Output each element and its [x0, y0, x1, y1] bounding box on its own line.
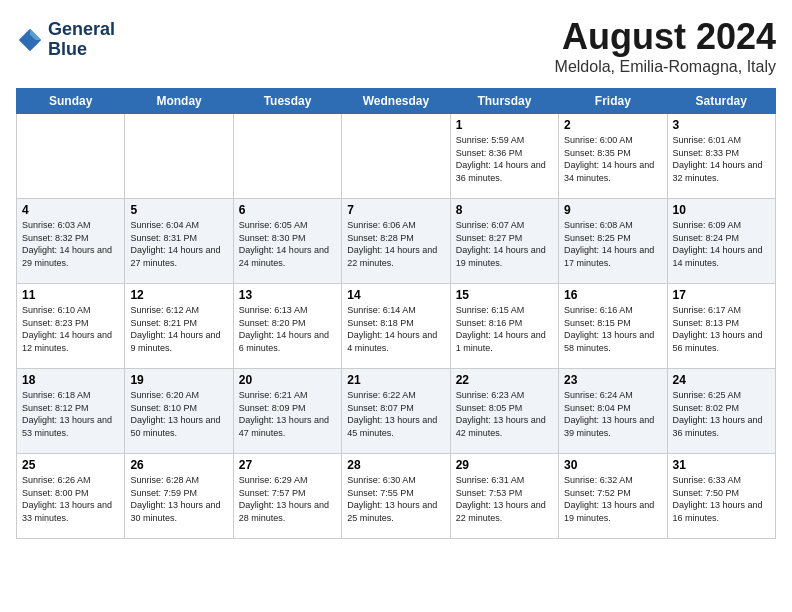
calendar-cell: 19Sunrise: 6:20 AM Sunset: 8:10 PM Dayli… [125, 369, 233, 454]
calendar-cell: 7Sunrise: 6:06 AM Sunset: 8:28 PM Daylig… [342, 199, 450, 284]
calendar-cell: 13Sunrise: 6:13 AM Sunset: 8:20 PM Dayli… [233, 284, 341, 369]
day-info: Sunrise: 6:09 AM Sunset: 8:24 PM Dayligh… [673, 219, 770, 269]
calendar-week-row: 11Sunrise: 6:10 AM Sunset: 8:23 PM Dayli… [17, 284, 776, 369]
day-number: 18 [22, 373, 119, 387]
day-info: Sunrise: 6:21 AM Sunset: 8:09 PM Dayligh… [239, 389, 336, 439]
day-info: Sunrise: 6:08 AM Sunset: 8:25 PM Dayligh… [564, 219, 661, 269]
calendar-cell: 29Sunrise: 6:31 AM Sunset: 7:53 PM Dayli… [450, 454, 558, 539]
day-number: 7 [347, 203, 444, 217]
calendar-cell: 20Sunrise: 6:21 AM Sunset: 8:09 PM Dayli… [233, 369, 341, 454]
day-info: Sunrise: 6:14 AM Sunset: 8:18 PM Dayligh… [347, 304, 444, 354]
day-number: 10 [673, 203, 770, 217]
calendar-cell: 3Sunrise: 6:01 AM Sunset: 8:33 PM Daylig… [667, 114, 775, 199]
day-header: Wednesday [342, 89, 450, 114]
day-number: 17 [673, 288, 770, 302]
calendar-cell [125, 114, 233, 199]
day-number: 25 [22, 458, 119, 472]
day-header: Thursday [450, 89, 558, 114]
page-title: August 2024 [555, 16, 776, 58]
day-number: 24 [673, 373, 770, 387]
day-info: Sunrise: 6:03 AM Sunset: 8:32 PM Dayligh… [22, 219, 119, 269]
calendar-cell: 22Sunrise: 6:23 AM Sunset: 8:05 PM Dayli… [450, 369, 558, 454]
day-number: 27 [239, 458, 336, 472]
day-number: 28 [347, 458, 444, 472]
day-number: 8 [456, 203, 553, 217]
calendar-cell: 6Sunrise: 6:05 AM Sunset: 8:30 PM Daylig… [233, 199, 341, 284]
day-info: Sunrise: 6:17 AM Sunset: 8:13 PM Dayligh… [673, 304, 770, 354]
calendar-cell: 21Sunrise: 6:22 AM Sunset: 8:07 PM Dayli… [342, 369, 450, 454]
day-info: Sunrise: 6:00 AM Sunset: 8:35 PM Dayligh… [564, 134, 661, 184]
day-info: Sunrise: 6:13 AM Sunset: 8:20 PM Dayligh… [239, 304, 336, 354]
calendar-body: 1Sunrise: 5:59 AM Sunset: 8:36 PM Daylig… [17, 114, 776, 539]
calendar-cell: 8Sunrise: 6:07 AM Sunset: 8:27 PM Daylig… [450, 199, 558, 284]
day-number: 19 [130, 373, 227, 387]
day-number: 29 [456, 458, 553, 472]
day-number: 23 [564, 373, 661, 387]
day-number: 22 [456, 373, 553, 387]
calendar-cell: 30Sunrise: 6:32 AM Sunset: 7:52 PM Dayli… [559, 454, 667, 539]
day-info: Sunrise: 6:23 AM Sunset: 8:05 PM Dayligh… [456, 389, 553, 439]
day-header: Tuesday [233, 89, 341, 114]
day-info: Sunrise: 6:15 AM Sunset: 8:16 PM Dayligh… [456, 304, 553, 354]
day-number: 20 [239, 373, 336, 387]
calendar-cell: 4Sunrise: 6:03 AM Sunset: 8:32 PM Daylig… [17, 199, 125, 284]
title-block: August 2024 Meldola, Emilia-Romagna, Ita… [555, 16, 776, 76]
logo-line2: Blue [48, 40, 115, 60]
day-info: Sunrise: 6:16 AM Sunset: 8:15 PM Dayligh… [564, 304, 661, 354]
day-header: Sunday [17, 89, 125, 114]
day-info: Sunrise: 5:59 AM Sunset: 8:36 PM Dayligh… [456, 134, 553, 184]
day-number: 15 [456, 288, 553, 302]
day-info: Sunrise: 6:24 AM Sunset: 8:04 PM Dayligh… [564, 389, 661, 439]
day-number: 2 [564, 118, 661, 132]
logo-icon [16, 26, 44, 54]
calendar-cell: 2Sunrise: 6:00 AM Sunset: 8:35 PM Daylig… [559, 114, 667, 199]
calendar-cell: 14Sunrise: 6:14 AM Sunset: 8:18 PM Dayli… [342, 284, 450, 369]
calendar-cell [342, 114, 450, 199]
calendar-cell: 1Sunrise: 5:59 AM Sunset: 8:36 PM Daylig… [450, 114, 558, 199]
calendar-cell: 27Sunrise: 6:29 AM Sunset: 7:57 PM Dayli… [233, 454, 341, 539]
day-info: Sunrise: 6:10 AM Sunset: 8:23 PM Dayligh… [22, 304, 119, 354]
day-info: Sunrise: 6:07 AM Sunset: 8:27 PM Dayligh… [456, 219, 553, 269]
calendar-cell: 12Sunrise: 6:12 AM Sunset: 8:21 PM Dayli… [125, 284, 233, 369]
day-number: 12 [130, 288, 227, 302]
calendar-cell: 23Sunrise: 6:24 AM Sunset: 8:04 PM Dayli… [559, 369, 667, 454]
calendar-cell: 15Sunrise: 6:15 AM Sunset: 8:16 PM Dayli… [450, 284, 558, 369]
logo: General Blue [16, 20, 115, 60]
calendar-cell: 18Sunrise: 6:18 AM Sunset: 8:12 PM Dayli… [17, 369, 125, 454]
day-header: Monday [125, 89, 233, 114]
day-info: Sunrise: 6:32 AM Sunset: 7:52 PM Dayligh… [564, 474, 661, 524]
day-info: Sunrise: 6:33 AM Sunset: 7:50 PM Dayligh… [673, 474, 770, 524]
calendar-cell: 11Sunrise: 6:10 AM Sunset: 8:23 PM Dayli… [17, 284, 125, 369]
calendar-week-row: 25Sunrise: 6:26 AM Sunset: 8:00 PM Dayli… [17, 454, 776, 539]
calendar-cell: 10Sunrise: 6:09 AM Sunset: 8:24 PM Dayli… [667, 199, 775, 284]
day-number: 4 [22, 203, 119, 217]
day-info: Sunrise: 6:04 AM Sunset: 8:31 PM Dayligh… [130, 219, 227, 269]
day-number: 14 [347, 288, 444, 302]
day-info: Sunrise: 6:18 AM Sunset: 8:12 PM Dayligh… [22, 389, 119, 439]
day-number: 31 [673, 458, 770, 472]
calendar-cell: 26Sunrise: 6:28 AM Sunset: 7:59 PM Dayli… [125, 454, 233, 539]
day-info: Sunrise: 6:29 AM Sunset: 7:57 PM Dayligh… [239, 474, 336, 524]
day-info: Sunrise: 6:01 AM Sunset: 8:33 PM Dayligh… [673, 134, 770, 184]
day-info: Sunrise: 6:30 AM Sunset: 7:55 PM Dayligh… [347, 474, 444, 524]
day-info: Sunrise: 6:12 AM Sunset: 8:21 PM Dayligh… [130, 304, 227, 354]
day-number: 1 [456, 118, 553, 132]
day-info: Sunrise: 6:05 AM Sunset: 8:30 PM Dayligh… [239, 219, 336, 269]
day-info: Sunrise: 6:28 AM Sunset: 7:59 PM Dayligh… [130, 474, 227, 524]
day-number: 26 [130, 458, 227, 472]
day-info: Sunrise: 6:06 AM Sunset: 8:28 PM Dayligh… [347, 219, 444, 269]
day-number: 13 [239, 288, 336, 302]
calendar-cell [17, 114, 125, 199]
day-info: Sunrise: 6:20 AM Sunset: 8:10 PM Dayligh… [130, 389, 227, 439]
day-number: 3 [673, 118, 770, 132]
calendar-header-row: SundayMondayTuesdayWednesdayThursdayFrid… [17, 89, 776, 114]
calendar-cell: 24Sunrise: 6:25 AM Sunset: 8:02 PM Dayli… [667, 369, 775, 454]
day-info: Sunrise: 6:31 AM Sunset: 7:53 PM Dayligh… [456, 474, 553, 524]
day-number: 21 [347, 373, 444, 387]
day-number: 11 [22, 288, 119, 302]
day-number: 16 [564, 288, 661, 302]
day-header: Saturday [667, 89, 775, 114]
calendar-cell: 31Sunrise: 6:33 AM Sunset: 7:50 PM Dayli… [667, 454, 775, 539]
calendar-week-row: 4Sunrise: 6:03 AM Sunset: 8:32 PM Daylig… [17, 199, 776, 284]
calendar-week-row: 1Sunrise: 5:59 AM Sunset: 8:36 PM Daylig… [17, 114, 776, 199]
